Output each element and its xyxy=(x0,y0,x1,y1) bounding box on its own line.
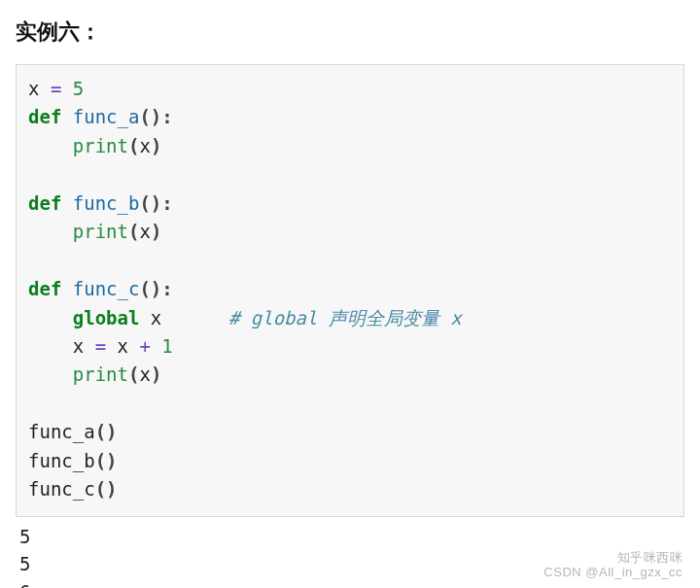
code-line: print(x) xyxy=(28,221,161,242)
code-line: func_a() xyxy=(28,421,118,442)
code-line: print(x) xyxy=(28,135,161,156)
section-heading: 实例六： xyxy=(16,17,684,47)
code-block: x = 5 def func_a(): print(x) def func_b(… xyxy=(16,64,684,517)
code-line: global x # global 声明全局变量 x xyxy=(28,307,462,329)
output-line: 6 xyxy=(19,581,30,588)
output-block: 5 5 6 xyxy=(16,517,684,588)
code-line: def func_c(): xyxy=(28,278,173,299)
code-line: x = 5 xyxy=(28,78,84,99)
code-line: def func_a(): xyxy=(28,106,173,127)
output-line: 5 xyxy=(19,526,30,547)
code-line: print(x) xyxy=(28,363,161,385)
code-line: def func_b(): xyxy=(28,192,173,214)
code-line: x = x + 1 xyxy=(28,335,173,357)
code-line: func_b() xyxy=(28,450,118,471)
code-line: func_c() xyxy=(28,478,118,500)
output-line: 5 xyxy=(19,553,30,574)
